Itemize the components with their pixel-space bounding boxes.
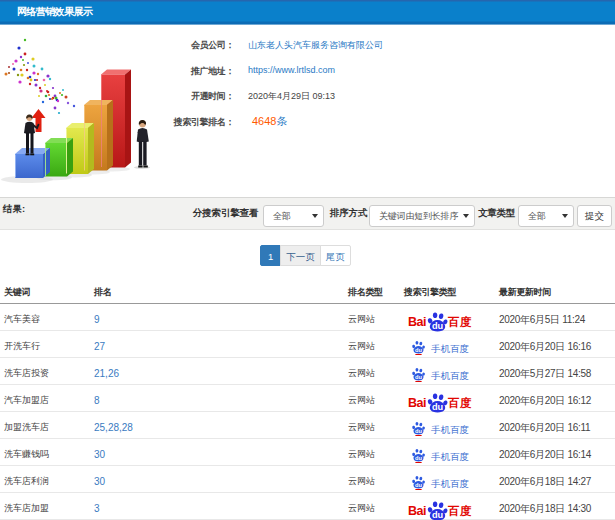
- svg-text:du: du: [415, 374, 422, 380]
- svg-text:du: du: [432, 402, 443, 412]
- svg-text:du: du: [415, 428, 422, 434]
- svg-text:du: du: [432, 510, 443, 520]
- svg-text:du: du: [432, 321, 443, 331]
- svg-text:du: du: [415, 455, 422, 461]
- svg-text:du: du: [415, 347, 422, 353]
- svg-text:du: du: [415, 482, 422, 488]
